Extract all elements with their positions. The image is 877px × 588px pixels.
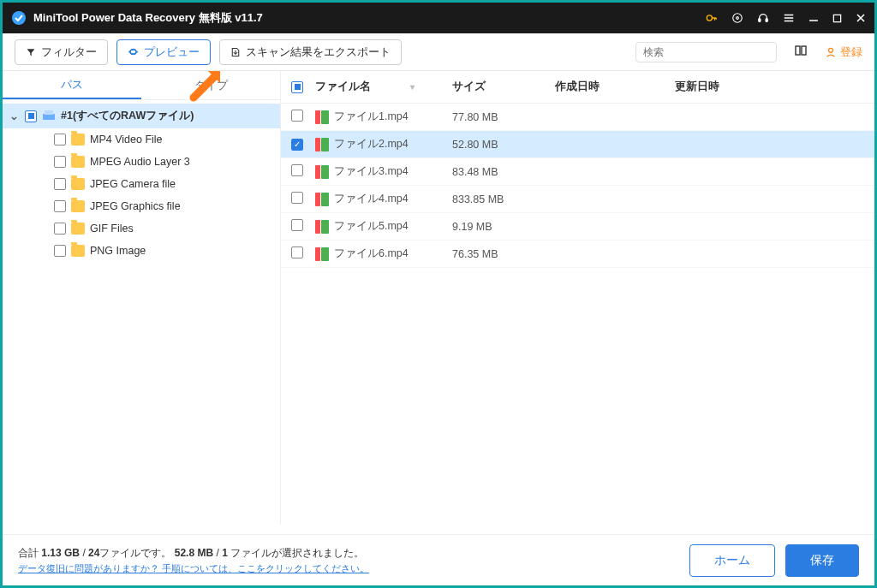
tree-item-label: JPEG Camera file: [90, 178, 176, 190]
file-row[interactable]: ファイル4.mp4 833.85 MB: [281, 186, 874, 213]
file-row[interactable]: ファイル5.mp4 9.19 MB: [281, 213, 874, 241]
columns-icon[interactable]: [794, 44, 809, 61]
footer: 合計 1.13 GB / 24ファイルです。 52.8 MB / 1 ファイルが…: [3, 534, 874, 585]
app-logo-icon: [11, 10, 27, 26]
column-header-created[interactable]: 作成日時: [555, 80, 675, 94]
tree-root-checkbox[interactable]: [25, 110, 37, 122]
login-button[interactable]: 登録: [825, 45, 862, 60]
file-row-checkbox[interactable]: [291, 246, 303, 258]
tree-item-checkbox[interactable]: [54, 200, 66, 212]
file-name: ファイル5.mp4: [334, 219, 409, 234]
file-name: ファイル6.mp4: [334, 246, 409, 261]
file-row[interactable]: ファイル6.mp4 76.35 MB: [281, 241, 874, 268]
export-label: スキャン結果をエクスポート: [246, 45, 391, 60]
file-name: ファイル4.mp4: [334, 192, 409, 206]
video-file-icon: [315, 220, 329, 234]
svg-point-0: [12, 11, 26, 25]
tree-item[interactable]: JPEG Graphics file: [3, 195, 280, 217]
tree-item-label: MP4 Video File: [90, 134, 163, 146]
svg-rect-6: [833, 15, 840, 21]
file-name: ファイル2.mp4: [334, 137, 409, 151]
file-row-checkbox[interactable]: [291, 139, 303, 151]
file-row-checkbox[interactable]: [291, 219, 303, 231]
video-file-icon: [315, 138, 329, 151]
column-header-name[interactable]: ファイル名▾: [315, 80, 452, 94]
svg-point-3: [737, 17, 739, 20]
save-button[interactable]: 保存: [785, 544, 859, 577]
tree-item[interactable]: MPEG Audio Layer 3: [3, 151, 280, 173]
file-row-checkbox[interactable]: [291, 110, 303, 122]
folder-icon: [71, 156, 85, 168]
svg-rect-13: [45, 110, 53, 115]
file-size: 52.80 MB: [452, 139, 555, 151]
tree-item[interactable]: PNG Image: [3, 240, 280, 262]
svg-point-1: [707, 15, 712, 21]
help-link[interactable]: データ復旧に問題がありますか？ 手順については、ここをクリックしてください。: [18, 562, 679, 575]
tab-type[interactable]: タイプ: [141, 71, 280, 99]
svg-rect-9: [796, 46, 800, 55]
file-row[interactable]: ファイル3.mp4 83.48 MB: [281, 158, 874, 186]
tree-item-label: GIF Files: [90, 223, 134, 235]
sidebar-tabs: パス タイプ: [3, 71, 280, 100]
filter-label: フィルター: [41, 45, 97, 60]
file-list-header: ファイル名▾ サイズ 作成日時 更新日時: [281, 71, 874, 104]
file-row-checkbox[interactable]: [291, 192, 303, 204]
main-content: パス タイプ ⌄ #1(すべてのRAWファイル) MP4 Video File …: [3, 71, 874, 525]
file-size: 77.80 MB: [452, 111, 555, 123]
tree-item[interactable]: MP4 Video File: [3, 128, 280, 151]
tree-item-checkbox[interactable]: [54, 156, 66, 168]
export-button[interactable]: スキャン結果をエクスポート: [219, 39, 402, 65]
key-icon[interactable]: [706, 12, 718, 24]
column-header-size[interactable]: サイズ: [452, 80, 555, 94]
column-header-modified[interactable]: 更新日時: [675, 80, 864, 94]
login-label: 登録: [840, 45, 862, 60]
tree-item-checkbox[interactable]: [54, 223, 66, 235]
svg-rect-4: [759, 19, 761, 22]
minimize-icon[interactable]: [808, 13, 819, 23]
tree-item-checkbox[interactable]: [54, 134, 66, 146]
titlebar: MiniTool Power Data Recovery 無料版 v11.7: [3, 3, 874, 33]
app-title: MiniTool Power Data Recovery 無料版 v11.7: [33, 10, 706, 26]
svg-point-2: [733, 14, 743, 23]
home-button[interactable]: ホーム: [689, 544, 775, 577]
file-name: ファイル1.mp4: [334, 110, 409, 124]
file-row[interactable]: ファイル1.mp4 77.80 MB: [281, 104, 874, 131]
search-input[interactable]: [643, 46, 772, 58]
chevron-down-icon[interactable]: ⌄: [9, 110, 18, 122]
folder-tree: ⌄ #1(すべてのRAWファイル) MP4 Video File MPEG Au…: [3, 100, 280, 525]
file-row-checkbox[interactable]: [291, 164, 303, 176]
sort-icon: ▾: [410, 82, 415, 92]
tab-path[interactable]: パス: [3, 71, 141, 99]
file-size: 833.85 MB: [452, 193, 555, 205]
menu-icon[interactable]: [783, 12, 795, 24]
tree-item[interactable]: JPEG Camera file: [3, 173, 280, 195]
folder-icon: [71, 178, 85, 190]
toolbar: フィルター プレビュー スキャン結果をエクスポート 登録: [3, 33, 874, 71]
tree-item[interactable]: GIF Files: [3, 217, 280, 240]
folder-icon: [71, 223, 85, 235]
file-size: 9.19 MB: [452, 221, 555, 233]
file-row[interactable]: ファイル2.mp4 52.80 MB: [281, 131, 874, 158]
headphones-icon[interactable]: [757, 12, 769, 24]
status-summary: 合計 1.13 GB / 24ファイルです。 52.8 MB / 1 ファイルが…: [18, 546, 679, 561]
svg-point-11: [829, 48, 833, 52]
tree-root[interactable]: ⌄ #1(すべてのRAWファイル): [3, 104, 280, 128]
maximize-icon[interactable]: [832, 14, 842, 23]
user-icon: [825, 46, 837, 58]
tree-item-checkbox[interactable]: [54, 178, 66, 190]
folder-icon: [71, 200, 85, 212]
disc-icon[interactable]: [731, 12, 743, 24]
video-file-icon: [315, 247, 329, 261]
drive-icon: [42, 109, 56, 123]
preview-button[interactable]: プレビュー: [116, 39, 211, 65]
filter-button[interactable]: フィルター: [15, 39, 108, 65]
tree-item-label: PNG Image: [90, 245, 146, 257]
file-size: 76.35 MB: [452, 248, 555, 260]
close-icon[interactable]: [856, 13, 866, 23]
tree-item-checkbox[interactable]: [54, 245, 66, 257]
search-box[interactable]: [635, 42, 777, 62]
video-file-icon: [315, 193, 329, 206]
svg-rect-10: [802, 46, 806, 55]
select-all-checkbox[interactable]: [291, 81, 303, 93]
video-file-icon: [315, 110, 329, 124]
